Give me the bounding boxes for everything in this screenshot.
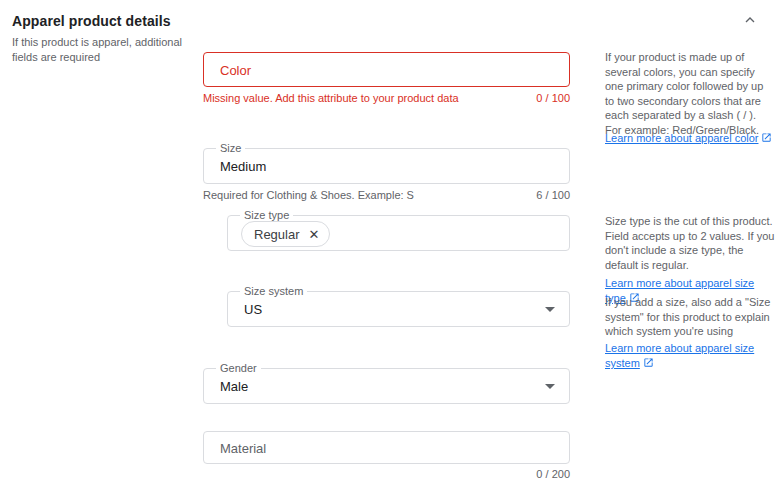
color-field[interactable]: Color: [203, 52, 570, 87]
apparel-product-details-section: Apparel product details If this product …: [0, 0, 775, 483]
size-system-select[interactable]: Size system US: [227, 291, 570, 327]
size-field[interactable]: Size Medium: [203, 148, 570, 184]
material-char-counter: 0 / 200: [536, 468, 570, 481]
color-help-link[interactable]: Learn more about apparel color: [605, 131, 775, 146]
gender-select[interactable]: Gender Male: [203, 368, 570, 404]
collapse-section-button[interactable]: [736, 6, 764, 34]
size-type-help-text: Size type is the cut of this product. Fi…: [605, 214, 775, 272]
size-field-value: Medium: [220, 159, 266, 174]
size-system-help-link-text: Learn more about apparel size system: [605, 342, 754, 369]
color-help-text: If your product is made up of several co…: [605, 50, 775, 137]
chevron-up-icon: [742, 12, 758, 28]
size-system-label: Size system: [240, 285, 307, 298]
external-link-icon: [643, 357, 654, 368]
section-title: Apparel product details: [12, 13, 171, 29]
size-system-value: US: [244, 302, 262, 317]
chip-remove-icon[interactable]: ✕: [309, 228, 320, 241]
color-field-label: Color: [220, 62, 251, 77]
size-helper-row: Required for Clothing & Shoes. Example: …: [203, 189, 570, 202]
size-field-label: Size: [216, 142, 245, 155]
material-helper-row: 0 / 200: [203, 468, 570, 481]
color-help-link-text: Learn more about apparel color: [605, 132, 758, 144]
size-system-help-link[interactable]: Learn more about apparel size system: [605, 341, 775, 371]
color-char-counter: 0 / 100: [536, 92, 570, 105]
size-char-counter: 6 / 100: [536, 189, 570, 202]
gender-label: Gender: [216, 362, 261, 375]
size-type-field[interactable]: Size type Regular ✕: [227, 215, 570, 251]
material-field[interactable]: Material: [203, 431, 570, 464]
color-helper-row: Missing value. Add this attribute to you…: [203, 92, 570, 105]
size-helper-text: Required for Clothing & Shoes. Example: …: [203, 189, 414, 202]
dropdown-arrow-icon: [545, 307, 555, 312]
external-link-icon: [761, 132, 772, 143]
size-type-chip: Regular ✕: [241, 221, 330, 247]
section-subtitle: If this product is apparel, additional f…: [12, 35, 204, 64]
gender-value: Male: [220, 379, 248, 394]
size-system-help-text: If you add a size, also add a "Size syst…: [605, 295, 775, 339]
dropdown-arrow-icon: [545, 384, 555, 389]
material-field-label: Material: [220, 440, 266, 455]
size-type-chip-label: Regular: [254, 227, 300, 242]
color-error-text: Missing value. Add this attribute to you…: [203, 92, 459, 105]
